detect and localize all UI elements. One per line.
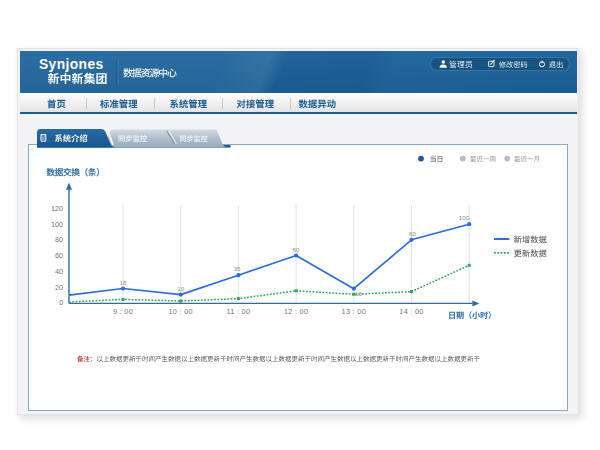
svg-text:80: 80	[409, 230, 416, 237]
svg-text:11 : 00: 11 : 00	[226, 307, 250, 316]
svg-text:60: 60	[55, 251, 63, 260]
svg-text:35: 35	[234, 265, 241, 272]
svg-text:40: 40	[55, 267, 63, 276]
svg-text:120: 120	[51, 204, 63, 213]
svg-text:10: 10	[355, 290, 362, 297]
svg-text:13 : 00: 13 : 00	[342, 307, 366, 316]
svg-text:18: 18	[120, 279, 127, 286]
svg-text:60: 60	[293, 246, 300, 253]
svg-text:Synjones: Synjones	[39, 57, 104, 72]
svg-text:100: 100	[51, 220, 63, 229]
svg-text:10 : 00: 10 : 00	[168, 307, 192, 316]
svg-text:100: 100	[459, 214, 470, 221]
svg-text:80: 80	[55, 235, 63, 244]
svg-text:0: 0	[59, 298, 63, 307]
svg-text:14 : 00: 14 : 00	[399, 307, 423, 316]
svg-text:12 : 00: 12 : 00	[284, 307, 308, 316]
svg-text:20: 20	[55, 283, 63, 292]
svg-text:9 : 00: 9 : 00	[113, 307, 133, 316]
svg-text:10: 10	[177, 285, 184, 292]
